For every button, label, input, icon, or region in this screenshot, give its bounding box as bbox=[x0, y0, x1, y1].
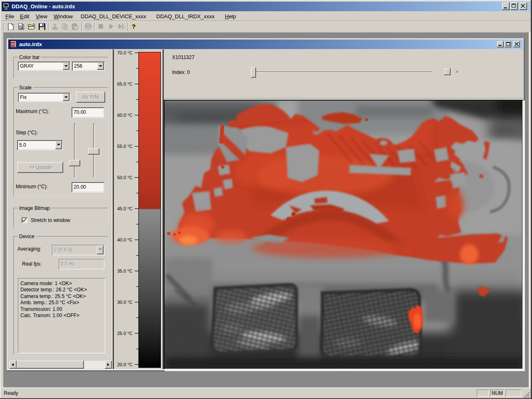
svg-text:IR: IR bbox=[11, 42, 15, 47]
svg-text:S: S bbox=[20, 26, 23, 30]
svg-text:?: ? bbox=[132, 23, 135, 30]
svg-text:1: 1 bbox=[123, 25, 126, 29]
